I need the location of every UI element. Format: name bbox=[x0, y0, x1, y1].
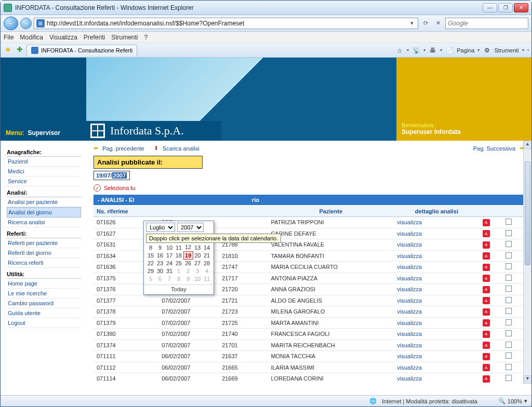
menu-help[interactable]: ? bbox=[144, 34, 148, 41]
next-page-link[interactable]: Pag. Successiva bbox=[473, 145, 515, 152]
calendar-popup[interactable]: Luglio 2007 Doppio click per selezionare… bbox=[143, 221, 214, 295]
cell-check[interactable] bbox=[502, 284, 524, 295]
calendar-day[interactable]: 7 bbox=[165, 275, 174, 282]
cell-pdf[interactable]: A bbox=[480, 262, 503, 273]
scroll-thumb[interactable] bbox=[525, 161, 530, 265]
row-checkbox[interactable] bbox=[506, 252, 512, 259]
favorites-star-icon[interactable]: ★ bbox=[3, 45, 13, 56]
row-checkbox[interactable] bbox=[506, 219, 512, 225]
visualizza-link[interactable]: visualizza bbox=[397, 320, 422, 326]
forward-button[interactable]: → bbox=[20, 18, 32, 29]
cell-pdf[interactable]: A bbox=[480, 306, 503, 318]
pdf-icon[interactable]: A bbox=[483, 230, 490, 237]
calendar-day[interactable]: 1 bbox=[174, 267, 183, 275]
pdf-icon[interactable]: A bbox=[483, 331, 490, 338]
calendar-day[interactable]: 2 bbox=[183, 267, 193, 275]
pdf-icon[interactable]: A bbox=[483, 241, 490, 249]
sidebar-item[interactable]: Pazienti bbox=[7, 157, 81, 167]
pdf-icon[interactable]: A bbox=[483, 353, 490, 360]
sidebar-item[interactable]: Home page bbox=[7, 279, 81, 289]
search-box[interactable]: Google bbox=[445, 18, 528, 29]
row-checkbox[interactable] bbox=[506, 330, 512, 336]
row-checkbox[interactable] bbox=[506, 352, 512, 359]
cell-pdf[interactable]: A bbox=[480, 351, 503, 362]
chevron-right-icon[interactable]: » bbox=[527, 48, 529, 52]
calendar-day[interactable]: 14 bbox=[202, 243, 211, 251]
sidebar-item[interactable]: Analisi del giorno bbox=[7, 207, 81, 218]
pdf-icon[interactable]: A bbox=[483, 264, 490, 271]
col-paziente[interactable]: Paziente bbox=[268, 206, 394, 217]
month-select[interactable]: Luglio bbox=[146, 223, 175, 232]
menu-file[interactable]: File bbox=[4, 34, 14, 41]
cell-check[interactable] bbox=[502, 373, 524, 384]
row-checkbox[interactable] bbox=[506, 275, 512, 281]
vertical-scrollbar[interactable]: ▲ ▼ bbox=[523, 141, 531, 384]
row-checkbox[interactable] bbox=[506, 286, 512, 292]
refresh-button[interactable]: ⟳ bbox=[420, 20, 431, 26]
menu-strumenti[interactable]: Strumenti bbox=[111, 34, 138, 41]
calendar-day[interactable]: 23 bbox=[155, 259, 165, 267]
address-dropdown-icon[interactable]: ▾ bbox=[408, 20, 416, 26]
calendar-day[interactable]: 8 bbox=[146, 243, 155, 251]
feeds-icon[interactable]: 📡 bbox=[412, 46, 420, 55]
calendar-day[interactable]: 5 bbox=[146, 275, 155, 282]
cell-check[interactable] bbox=[502, 351, 524, 362]
tools-menu-label[interactable]: Strumenti bbox=[494, 47, 518, 53]
pdf-icon[interactable]: A bbox=[483, 319, 490, 327]
cell-check[interactable] bbox=[502, 317, 524, 329]
calendar-day[interactable]: 31 bbox=[165, 267, 174, 275]
row-checkbox[interactable] bbox=[506, 375, 512, 381]
cell-pdf[interactable]: A bbox=[480, 284, 503, 295]
visualizza-link[interactable]: visualizza bbox=[397, 331, 422, 337]
pdf-icon[interactable]: A bbox=[483, 297, 490, 304]
calendar-day[interactable]: 10 bbox=[193, 275, 202, 282]
calendar-day[interactable]: 30 bbox=[155, 267, 165, 275]
cell-check[interactable] bbox=[502, 329, 524, 340]
menu-preferiti[interactable]: Preferiti bbox=[84, 34, 105, 41]
sidebar-item[interactable]: Guida utente bbox=[7, 308, 81, 318]
cell-check[interactable] bbox=[502, 262, 524, 273]
visualizza-link[interactable]: visualizza bbox=[397, 342, 422, 348]
cell-pdf[interactable]: A bbox=[480, 329, 503, 340]
cell-check[interactable] bbox=[502, 250, 524, 262]
calendar-day[interactable]: 4 bbox=[202, 267, 211, 275]
calendar-day[interactable]: 21 bbox=[202, 251, 211, 259]
calendar-day[interactable]: 19 bbox=[183, 251, 193, 259]
visualizza-link[interactable]: visualizza bbox=[397, 253, 422, 259]
calendar-today-link[interactable]: Today bbox=[144, 284, 214, 294]
cell-pdf[interactable]: A bbox=[480, 250, 503, 262]
sidebar-item[interactable]: Medici bbox=[7, 167, 81, 177]
page-menu-icon[interactable]: 📄 bbox=[445, 46, 454, 55]
visualizza-link[interactable]: visualizza bbox=[397, 219, 422, 225]
calendar-day[interactable]: 8 bbox=[174, 275, 183, 282]
pdf-icon[interactable]: A bbox=[483, 375, 490, 383]
row-checkbox[interactable] bbox=[506, 241, 512, 247]
calendar-day[interactable]: 17 bbox=[165, 251, 174, 259]
calendar-day[interactable]: 12 bbox=[183, 243, 193, 251]
visualizza-link[interactable]: visualizza bbox=[397, 364, 422, 371]
scroll-down-icon[interactable]: ▼ bbox=[524, 375, 531, 384]
calendar-day[interactable]: 11 bbox=[174, 243, 183, 251]
visualizza-link[interactable]: visualizza bbox=[397, 275, 422, 281]
visualizza-link[interactable]: visualizza bbox=[397, 286, 422, 292]
calendar-day[interactable]: 28 bbox=[202, 259, 211, 267]
cell-check[interactable] bbox=[502, 306, 524, 318]
cell-check[interactable] bbox=[502, 239, 524, 251]
close-button[interactable]: ✕ bbox=[514, 3, 528, 12]
visualizza-link[interactable]: visualizza bbox=[397, 241, 422, 248]
row-checkbox[interactable] bbox=[506, 342, 512, 348]
menu-modifica[interactable]: Modifica bbox=[20, 34, 43, 41]
calendar-day[interactable]: 29 bbox=[146, 267, 155, 275]
visualizza-link[interactable]: visualizza bbox=[397, 353, 422, 359]
pdf-icon[interactable]: A bbox=[483, 342, 490, 349]
sidebar-item[interactable]: Cambio password bbox=[7, 299, 81, 308]
row-checkbox[interactable] bbox=[506, 308, 512, 314]
calendar-day[interactable]: 25 bbox=[174, 259, 183, 267]
row-checkbox[interactable] bbox=[506, 364, 512, 370]
calendar-day[interactable]: 24 bbox=[165, 259, 174, 267]
cell-check[interactable] bbox=[502, 217, 524, 228]
zoom-control[interactable]: 🔍 100% ▾ bbox=[498, 398, 527, 404]
col-rif[interactable]: Ns. riferime bbox=[94, 206, 158, 217]
browser-tab[interactable]: INFORDATA - Consultazione Referti bbox=[26, 45, 137, 56]
row-checkbox[interactable] bbox=[506, 230, 512, 236]
